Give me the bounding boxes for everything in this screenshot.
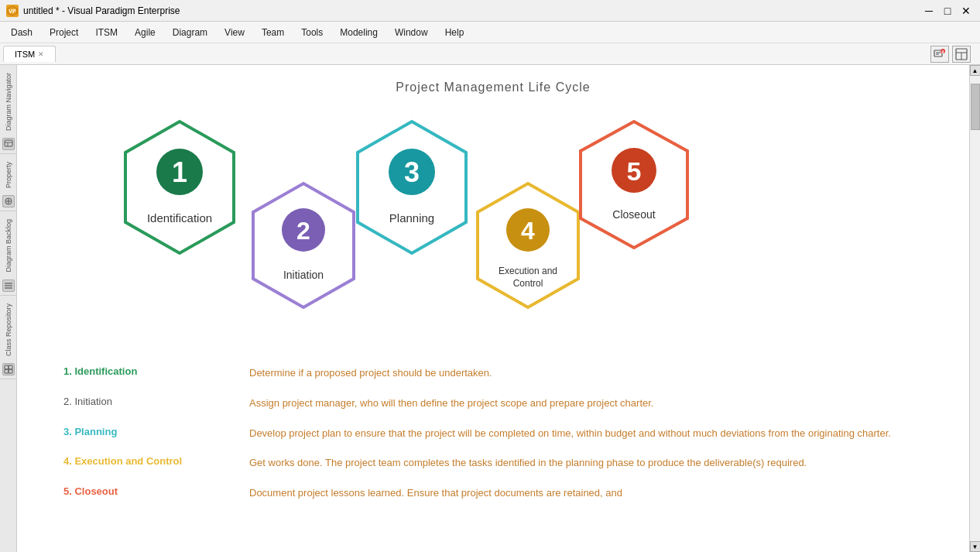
property-label[interactable]: Property	[3, 157, 14, 193]
class-repository-icon[interactable]	[2, 363, 15, 375]
scroll-up-button[interactable]: ▲	[970, 65, 981, 76]
hex-5-wrapper: 5 Closeout	[574, 118, 694, 253]
close-button[interactable]: ✕	[958, 3, 974, 19]
canvas-area: Project Management Life Cycle 1 Identifi…	[17, 65, 969, 552]
svg-rect-21	[5, 369, 9, 373]
hex-1-svg: 1 Identification	[118, 118, 242, 257]
hex-4-svg: 4 Execution and Control	[470, 180, 586, 323]
canvas-scroll: Project Management Life Cycle 1 Identifi…	[17, 65, 969, 552]
desc-number-2: 2. Initiation	[63, 396, 249, 407]
desc-number-3: 3. Planning	[63, 426, 249, 437]
svg-rect-20	[9, 365, 12, 369]
svg-text:1: 1	[172, 156, 187, 188]
diagram-backlog-section: Diagram Backlog	[0, 211, 16, 296]
desc-text-5: Document project lessons learned. Ensure…	[249, 485, 923, 502]
svg-text:Initiation: Initiation	[283, 269, 324, 281]
desc-item-3: 3. Planning Develop project plan to ensu…	[63, 426, 923, 442]
maximize-button[interactable]: □	[940, 3, 955, 19]
desc-number-1: 1. Identification	[63, 365, 249, 377]
desc-text-3: Develop project plan to ensure that the …	[249, 426, 923, 442]
tab-itsm[interactable]: ITSM ✕	[3, 46, 56, 62]
hex-2-wrapper: 2 Initiation	[245, 180, 362, 311]
svg-text:Planning: Planning	[389, 211, 434, 225]
svg-text:2: 2	[296, 217, 310, 245]
menu-bar: Dash Project ITSM Agile Diagram View Tea…	[0, 22, 980, 43]
svg-text:5: 5	[627, 156, 642, 186]
svg-rect-19	[5, 365, 9, 369]
menu-project[interactable]: Project	[42, 24, 86, 41]
class-repository-section: Class Repository	[0, 296, 16, 379]
side-panel: Diagram Navigator Property Diagram Bac	[0, 65, 17, 552]
svg-rect-22	[9, 369, 12, 373]
desc-text-1: Determine if a proposed project should b…	[249, 365, 923, 382]
desc-item-2: 2. Initiation Assign project manager, wh…	[63, 396, 923, 412]
menu-window[interactable]: Window	[387, 24, 436, 41]
desc-item-1: 1. Identification Determine if a propose…	[63, 365, 923, 382]
diagram-navigator-icon[interactable]	[2, 138, 15, 150]
svg-text:Closeout: Closeout	[612, 208, 655, 221]
desc-list: 1. Identification Determine if a propose…	[40, 365, 946, 502]
menu-itsm[interactable]: ITSM	[87, 24, 125, 41]
desc-text-4: Get works done. The project team complet…	[249, 455, 923, 471]
tab-bar: ITSM ✕ 9	[0, 43, 980, 65]
hex-diagram: 1 Identification 2 Initiation	[40, 110, 946, 342]
menu-modeling[interactable]: Modeling	[332, 24, 385, 41]
main-layout: Diagram Navigator Property Diagram Bac	[0, 65, 980, 552]
scroll-down-button[interactable]: ▼	[970, 541, 981, 552]
desc-number-5: 5. Closeout	[63, 485, 249, 497]
svg-text:Execution and: Execution and	[499, 266, 557, 276]
diagram-backlog-label[interactable]: Diagram Backlog	[3, 214, 14, 277]
class-repository-label[interactable]: Class Repository	[3, 299, 14, 361]
svg-rect-17	[5, 285, 12, 286]
hex-2-svg: 2 Initiation	[245, 180, 362, 311]
svg-text:Identification: Identification	[147, 211, 212, 225]
title-bar: VP untitled * - Visual Paradigm Enterpri…	[0, 0, 980, 22]
svg-text:4: 4	[521, 217, 535, 245]
menu-team[interactable]: Team	[254, 24, 292, 41]
hex-5-svg: 5 Closeout	[574, 118, 694, 253]
app-icon: VP	[6, 5, 19, 17]
svg-text:VP: VP	[9, 9, 16, 14]
svg-rect-16	[5, 283, 12, 284]
desc-number-4: 4. Execution and Control	[63, 455, 249, 467]
hex-3-wrapper: 3 Planning	[350, 118, 474, 257]
title-bar-left: VP untitled * - Visual Paradigm Enterpri…	[6, 5, 180, 17]
window-controls: ─ □ ✕	[921, 3, 974, 19]
svg-text:3: 3	[404, 156, 420, 188]
menu-agile[interactable]: Agile	[127, 24, 163, 41]
minimize-button[interactable]: ─	[921, 3, 937, 19]
diagram-navigator-section: Diagram Navigator	[0, 65, 16, 154]
desc-item-5: 5. Closeout Document project lessons lea…	[63, 485, 923, 502]
right-scrollbar: ▲ ▼	[969, 65, 980, 552]
desc-item-4: 4. Execution and Control Get works done.…	[63, 455, 923, 471]
canvas-content[interactable]: Project Management Life Cycle 1 Identifi…	[17, 65, 969, 552]
svg-text:Control: Control	[513, 278, 543, 289]
window-title: untitled * - Visual Paradigm Enterprise	[23, 5, 180, 16]
scroll-track[interactable]	[970, 76, 981, 541]
hex-4-wrapper: 4 Execution and Control	[470, 180, 586, 323]
menu-diagram[interactable]: Diagram	[165, 24, 215, 41]
diagram-title: Project Management Life Cycle	[40, 81, 946, 94]
menu-view[interactable]: View	[217, 24, 252, 41]
property-icon[interactable]	[2, 195, 15, 207]
menu-dash[interactable]: Dash	[3, 24, 40, 41]
menu-tools[interactable]: Tools	[293, 24, 331, 41]
diagram-backlog-icon[interactable]	[2, 279, 15, 292]
property-section: Property	[0, 154, 16, 211]
hex-3-svg: 3 Planning	[350, 118, 474, 257]
tab-close-icon[interactable]: ✕	[38, 50, 44, 58]
menu-help[interactable]: Help	[437, 24, 472, 41]
notification-icon[interactable]: 9	[930, 46, 949, 63]
scroll-thumb[interactable]	[971, 84, 980, 130]
diagram-navigator-label[interactable]: Diagram Navigator	[3, 68, 14, 135]
svg-rect-10	[5, 140, 12, 146]
layout-icon[interactable]	[952, 46, 971, 63]
svg-rect-18	[5, 287, 12, 289]
desc-text-2: Assign project manager, who will then de…	[249, 396, 923, 412]
hex-1-wrapper: 1 Identification	[118, 118, 242, 257]
tab-bar-right: 9	[930, 46, 977, 63]
svg-text:9: 9	[942, 50, 944, 54]
